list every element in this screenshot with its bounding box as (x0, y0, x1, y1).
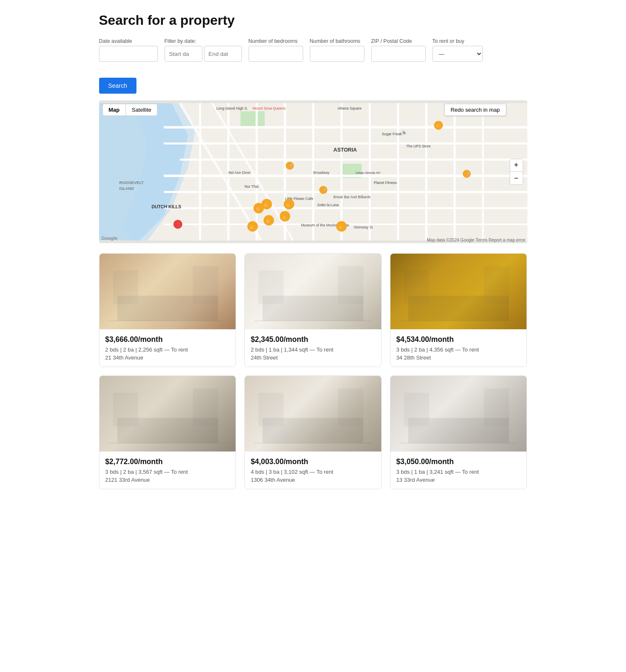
svg-text:Nur Thai: Nur Thai (244, 184, 258, 189)
property-address: 21 34th Avenue (105, 354, 230, 361)
svg-text:⌂: ⌂ (282, 214, 285, 219)
property-info: $2,772.00/month 3 bds | 2 ba | 3,567 sqf… (100, 452, 236, 489)
svg-text:The UPS Store: The UPS Store (406, 144, 430, 148)
svg-text:📍: 📍 (175, 222, 181, 227)
svg-text:Planet Fitness: Planet Fitness (374, 181, 397, 185)
google-logo: Google (102, 236, 118, 241)
svg-text:🍴: 🍴 (322, 188, 327, 193)
property-card[interactable]: $2,345.00/month 2 bds | 1 ba | 1,344 sqf… (244, 253, 382, 367)
property-price: $3,666.00/month (105, 335, 230, 344)
zip-group: ZIP / Postal Code (371, 38, 426, 62)
property-card[interactable]: $4,534.00/month 3 bds | 2 ba | 4,356 sqf… (390, 253, 527, 367)
svg-text:⌂: ⌂ (339, 224, 342, 229)
property-image (245, 254, 381, 329)
svg-text:🍴: 🍴 (465, 172, 470, 177)
property-image (390, 376, 527, 452)
svg-rect-84 (193, 388, 218, 426)
bathrooms-input[interactable] (310, 46, 364, 62)
svg-text:Athens Square: Athens Square (337, 106, 361, 110)
property-image (390, 254, 527, 329)
end-date-input[interactable] (204, 46, 242, 62)
svg-text:Long Island High S.: Long Island High S. (216, 106, 248, 110)
property-info: $3,666.00/month 2 bds | 2 ba | 2,256 sqf… (100, 329, 236, 367)
svg-rect-72 (193, 266, 218, 304)
svg-text:ROOSEVELT: ROOSEVELT (119, 180, 144, 185)
property-info: $2,345.00/month 2 bds | 1 ba | 1,344 sqf… (245, 329, 381, 367)
svg-text:Steinway St: Steinway St (354, 225, 373, 229)
svg-text:⌂: ⌂ (256, 206, 259, 211)
property-address: 13 33rd Avenue (396, 477, 521, 483)
svg-text:⌂: ⌂ (436, 123, 439, 128)
bathrooms-group: Number of bathrooms (310, 38, 364, 62)
filter-by-date-group: Filter by date: (165, 38, 242, 62)
start-date-input[interactable] (165, 46, 202, 62)
property-details: 4 bds | 3 ba | 3,102 sqft — To rent (251, 469, 375, 475)
property-image (245, 376, 381, 452)
property-price: $2,772.00/month (105, 457, 230, 466)
property-card[interactable]: $3,050.00/month 3 bds | 1 ba | 3,241 sqf… (390, 375, 527, 489)
property-card[interactable]: $4,003.00/month 4 bds | 3 ba | 3,102 sqf… (244, 375, 382, 489)
redo-search-button[interactable]: Redo search in map (444, 104, 506, 116)
svg-rect-83 (113, 393, 138, 426)
property-info: $4,003.00/month 4 bds | 3 ba | 3,102 sqf… (245, 452, 381, 489)
zoom-in-button[interactable]: + (510, 159, 523, 172)
properties-grid: $3,666.00/month 2 bds | 2 ba | 2,256 sqf… (99, 253, 527, 489)
zip-input[interactable] (371, 46, 426, 62)
svg-rect-76 (338, 266, 363, 304)
svg-text:Sugar Freak: Sugar Freak (382, 132, 402, 136)
page-title: Search for a property (99, 13, 527, 28)
map-zoom-controls: + − (510, 159, 523, 185)
property-image (100, 376, 236, 452)
svg-text:DUTCH KILLS: DUTCH KILLS (152, 204, 181, 209)
map-tab-map[interactable]: Map (102, 104, 126, 116)
property-info: $3,050.00/month 3 bds | 1 ba | 3,241 sqf… (390, 452, 527, 489)
map-section: ASTORIA DUTCH KILLS ROOSEVELT ISLAND Mou… (99, 100, 527, 243)
filter-by-date-label: Filter by date: (165, 38, 242, 44)
bedrooms-input[interactable] (249, 46, 303, 62)
search-button[interactable]: Search (99, 78, 137, 94)
svg-rect-75 (258, 270, 283, 304)
property-address: 24th Street (251, 354, 375, 361)
property-price: $4,003.00/month (251, 457, 375, 466)
svg-text:Sotto la Luna: Sotto la Luna (317, 203, 338, 207)
svg-text:Mount Sinai Queens: Mount Sinai Queens (252, 106, 285, 110)
property-details: 3 bds | 2 ba | 3,567 sqft — To rent (105, 469, 230, 475)
bedrooms-group: Number of bedrooms (249, 38, 303, 62)
date-available-label: Date available (99, 38, 158, 44)
rent-buy-group: To rent or buy — To rent To buy (432, 38, 483, 62)
property-card[interactable]: $3,666.00/month 2 bds | 2 ba | 2,256 sqf… (99, 253, 236, 367)
svg-text:⌂: ⌂ (286, 202, 289, 207)
date-available-group: Date available (99, 38, 158, 62)
svg-text:🍴: 🍴 (288, 163, 293, 168)
property-address: 2121 33rd Avenue (105, 477, 230, 483)
zoom-out-button[interactable]: − (510, 172, 523, 184)
svg-rect-91 (404, 393, 429, 426)
property-price: $2,345.00/month (251, 335, 375, 344)
map-view-tabs: Map Satellite (102, 104, 158, 116)
svg-text:ASTORIA: ASTORIA (333, 147, 357, 153)
svg-text:⌂: ⌂ (266, 218, 269, 223)
svg-text:⌂: ⌂ (250, 224, 253, 229)
date-range-inputs (165, 46, 242, 62)
svg-rect-71 (113, 270, 138, 304)
rent-buy-select[interactable]: — To rent To buy (432, 46, 483, 62)
svg-rect-88 (338, 388, 363, 426)
bathrooms-label: Number of bathrooms (310, 38, 364, 44)
property-details: 2 bds | 1 ba | 1,344 sqft — To rent (251, 346, 375, 353)
zip-label: ZIP / Postal Code (371, 38, 426, 44)
svg-text:Broadway: Broadway (313, 171, 330, 175)
property-info: $4,534.00/month 3 bds | 2 ba | 4,356 sqf… (390, 329, 527, 367)
property-card[interactable]: $2,772.00/month 3 bds | 2 ba | 3,567 sqf… (99, 375, 236, 489)
svg-rect-80 (484, 266, 509, 304)
date-available-input[interactable] (99, 46, 158, 62)
property-price: $3,050.00/month (396, 457, 521, 466)
property-address: 34 28th Street (396, 354, 521, 361)
filters-bar: Date available Filter by date: Number of… (99, 38, 527, 62)
property-details: 3 bds | 1 ba | 3,241 sqft — To rent (396, 469, 521, 475)
svg-text:⌂: ⌂ (264, 202, 267, 207)
map-tab-satellite[interactable]: Satellite (126, 104, 158, 116)
bedrooms-label: Number of bedrooms (249, 38, 303, 44)
svg-text:ISLAND: ISLAND (119, 186, 134, 191)
svg-rect-92 (484, 388, 509, 426)
map-attribution: Map data ©2024 Google Terms Report a map… (427, 238, 525, 242)
